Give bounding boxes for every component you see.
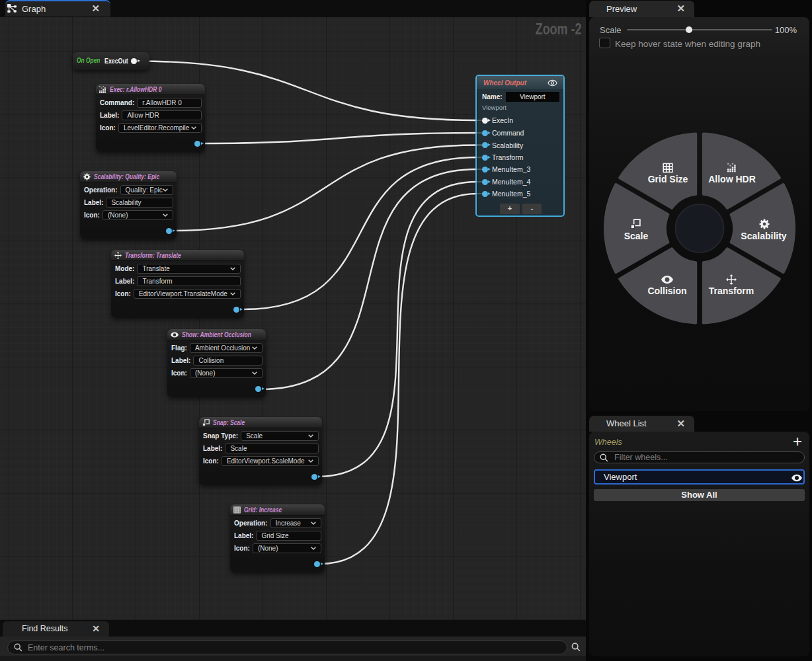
svg-text:Grid Size: Grid Size: [648, 174, 688, 184]
svg-text:Collision: Collision: [647, 286, 686, 296]
svg-text:Scale: Scale: [624, 231, 649, 241]
svg-text:Transform: Transform: [709, 286, 754, 296]
svg-text:Scalability: Scalability: [741, 231, 786, 241]
svg-text:Allow HDR: Allow HDR: [708, 174, 756, 184]
